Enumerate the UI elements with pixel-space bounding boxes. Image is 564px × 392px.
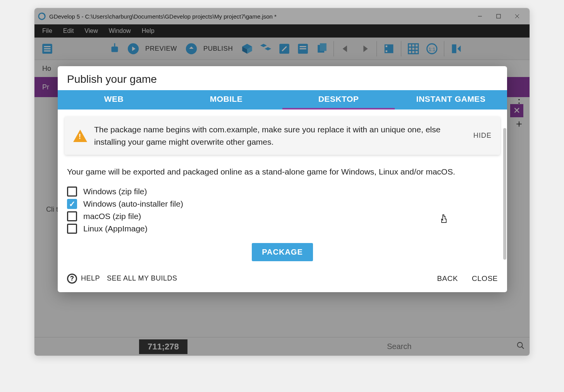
see-builds-link[interactable]: SEE ALL MY BUILDS [107,274,177,282]
checkbox-macos-zip[interactable]: macOS (zip file) [67,211,498,221]
tab-instant-games[interactable]: INSTANT GAMES [395,90,507,110]
help-link[interactable]: HELP [81,274,100,282]
export-tabs: WEB MOBILE DESKTOP INSTANT GAMES [58,90,507,110]
checkbox-label: Windows (auto-installer file) [83,199,183,209]
checkbox-icon[interactable] [67,199,77,209]
checkbox-linux-appimage[interactable]: Linux (AppImage) [67,224,498,234]
tab-desktop[interactable]: DESKTOP [282,90,395,110]
checkbox-label: macOS (zip file) [83,212,141,221]
help-icon[interactable]: ? [67,274,77,284]
checkbox-label: Linux (AppImage) [83,224,148,233]
back-button[interactable]: BACK [437,274,458,283]
checkbox-label: Windows (zip file) [83,187,147,196]
pointer-cursor-icon [439,214,449,227]
package-button[interactable]: PACKAGE [252,243,313,261]
checkbox-windows-installer[interactable]: Windows (auto-installer file) [67,199,498,209]
platform-checkbox-list: Windows (zip file) Windows (auto-install… [67,187,498,234]
checkbox-icon[interactable] [67,224,77,234]
package-name-warning: The package name begins with com.example… [65,116,500,155]
checkbox-windows-zip[interactable]: Windows (zip file) [67,187,498,197]
warning-text: The package name begins with com.example… [94,123,466,148]
warning-icon [73,130,87,142]
dialog-footer: ? HELP SEE ALL MY BUILDS BACK CLOSE [58,269,507,292]
dialog-title: Publish your game [58,66,507,90]
app-window: GDevelop 5 - C:\Users\charburg\Documents… [34,8,530,356]
close-button[interactable]: CLOSE [472,274,498,283]
publish-dialog: Publish your game WEB MOBILE DESKTOP INS… [58,66,507,292]
tab-web[interactable]: WEB [58,90,170,110]
dialog-scrollbar[interactable] [503,128,506,260]
hide-warning-button[interactable]: HIDE [473,132,492,140]
tab-mobile[interactable]: MOBILE [170,90,282,110]
checkbox-icon[interactable] [67,187,77,197]
export-description: Your game will be exported and packaged … [67,166,498,178]
checkbox-icon[interactable] [67,211,77,221]
